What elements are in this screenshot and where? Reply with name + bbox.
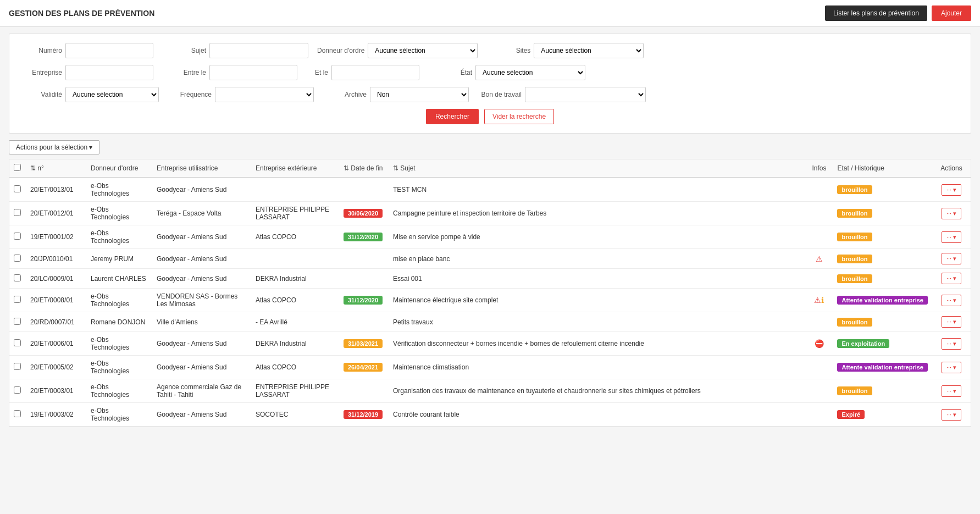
row-entrepriseExt: DEKRA Industrial — [251, 332, 339, 356]
top-bar: GESTION DES PLANS DE PRÉVENTION Lister l… — [0, 0, 980, 27]
archive-label: Archive — [323, 91, 367, 98]
col-etat: Etat / Historique — [833, 159, 932, 178]
row-checkbox[interactable] — [14, 363, 21, 370]
row-num: 20/JP/0010/01 — [26, 249, 86, 269]
row-checkbox[interactable] — [14, 386, 21, 394]
row-sujet: Organisation des travaux de maintenance … — [389, 379, 805, 403]
archive-select[interactable]: Non Oui — [370, 87, 469, 102]
col-dateFin[interactable]: ⇅ Date de fin — [339, 159, 389, 178]
numero-input[interactable] — [65, 43, 153, 58]
bon-travail-field: Bon de travail — [478, 87, 646, 102]
row-checkbox[interactable] — [14, 233, 21, 240]
row-donneurOrdre: e-Obs Technologies — [86, 289, 152, 312]
row-donneurOrdre: e-Obs Technologies — [86, 356, 152, 379]
clear-search-button[interactable]: Vider la recherche — [484, 109, 554, 124]
table-header-row: ⇅ n° Donneur d'ordre Entreprise utilisat… — [9, 159, 971, 178]
row-infos — [805, 269, 833, 289]
entreprise-input[interactable] — [65, 65, 153, 80]
col-sujet[interactable]: ⇅ Sujet — [389, 159, 805, 178]
row-action-button[interactable]: ··· ▾ — [942, 338, 961, 350]
table-row: 20/ET/0006/01e-Obs TechnologiesGoodyear … — [9, 332, 971, 356]
add-button[interactable]: Ajouter — [932, 5, 971, 21]
col-actions: Actions — [932, 159, 971, 178]
validite-field: Validité Aucune sélection — [18, 87, 159, 102]
row-action-button[interactable]: ··· ▾ — [942, 208, 961, 219]
date-badge: 31/12/2019 — [344, 410, 383, 419]
donneur-select[interactable]: Aucune sélection — [368, 43, 478, 58]
entreprise-label: Entreprise — [18, 69, 62, 76]
row-etat: brouillon — [833, 379, 932, 403]
search-row-1: Numéro Sujet Donneur d'ordre Aucune séle… — [18, 43, 962, 58]
table-row: 20/LC/0009/01Laurent CHARLESGoodyear - A… — [9, 269, 971, 289]
row-infos: ⚠ — [805, 249, 833, 269]
row-actions: ··· ▾ — [932, 356, 971, 379]
row-checkbox[interactable] — [14, 185, 21, 192]
frequence-select[interactable] — [215, 87, 314, 102]
row-action-button[interactable]: ··· ▾ — [942, 409, 961, 421]
info-red-icon: ℹ — [821, 296, 824, 305]
validite-select[interactable]: Aucune sélection — [65, 87, 159, 102]
row-checkbox[interactable] — [14, 296, 21, 303]
et-le-input[interactable] — [331, 65, 419, 80]
etat-label: État — [428, 69, 472, 76]
row-donneurOrdre: e-Obs Technologies — [86, 225, 152, 249]
table-row: 19/ET/0001/02e-Obs TechnologiesGoodyear … — [9, 225, 971, 249]
row-num: 20/RD/0007/01 — [26, 312, 86, 332]
table-row: 20/ET/0005/02e-Obs TechnologiesGoodyear … — [9, 356, 971, 379]
row-action-button[interactable]: ··· ▾ — [942, 253, 961, 264]
etat-badge: brouillon — [837, 255, 872, 263]
row-entrepriseUtil: Goodyear - Amiens Sud — [152, 403, 251, 427]
etat-field: État Aucune sélection — [428, 65, 585, 80]
row-entrepriseExt: Atlas COPCO — [251, 225, 339, 249]
row-checkbox[interactable] — [14, 410, 21, 417]
sujet-input[interactable] — [209, 43, 308, 58]
row-action-button[interactable]: ··· ▾ — [942, 295, 961, 306]
row-actions: ··· ▾ — [932, 332, 971, 356]
row-action-button[interactable]: ··· ▾ — [942, 362, 961, 373]
row-entrepriseUtil: Teréga - Espace Volta — [152, 202, 251, 225]
row-checkbox-cell — [9, 332, 26, 356]
row-checkbox[interactable] — [14, 255, 21, 262]
table-row: 20/JP/0010/01Jeremy PRUMGoodyear - Amien… — [9, 249, 971, 269]
row-checkbox[interactable] — [14, 318, 21, 325]
row-action-button[interactable]: ··· ▾ — [942, 316, 961, 328]
row-entrepriseExt — [251, 178, 339, 202]
row-num: 20/ET/0008/01 — [26, 289, 86, 312]
etat-select[interactable]: Aucune sélection — [475, 65, 585, 80]
row-action-button[interactable]: ··· ▾ — [942, 273, 961, 284]
row-sujet: Campagne peinture et inspection territoi… — [389, 202, 805, 225]
col-entrepriseUtil: Entreprise utilisatrice — [152, 159, 251, 178]
entre-le-input[interactable] — [209, 65, 297, 80]
row-infos — [805, 312, 833, 332]
row-checkbox[interactable] — [14, 339, 21, 346]
row-checkbox-cell — [9, 202, 26, 225]
row-dateFin: 31/12/2020 — [339, 289, 389, 312]
row-checkbox-cell — [9, 379, 26, 403]
row-checkbox[interactable] — [14, 209, 21, 216]
row-checkbox-cell — [9, 312, 26, 332]
row-dateFin — [339, 379, 389, 403]
list-plans-button[interactable]: Lister les plans de prévention — [825, 5, 927, 21]
row-infos — [805, 178, 833, 202]
row-etat: brouillon — [833, 312, 932, 332]
col-num[interactable]: ⇅ n° — [26, 159, 86, 178]
row-infos: ⚠ℹ — [805, 289, 833, 312]
select-all-checkbox[interactable] — [14, 164, 21, 171]
row-checkbox[interactable] — [14, 274, 21, 281]
search-button[interactable]: Rechercher — [426, 109, 479, 124]
row-action-button[interactable]: ··· ▾ — [942, 385, 961, 397]
row-action-button[interactable]: ··· ▾ — [942, 184, 961, 196]
entreprise-field: Entreprise — [18, 65, 153, 80]
sites-select[interactable]: Aucune sélection — [534, 43, 644, 58]
date-badge: 26/04/2021 — [344, 363, 383, 372]
row-action-button[interactable]: ··· ▾ — [942, 231, 961, 243]
row-entrepriseExt: Atlas COPCO — [251, 356, 339, 379]
etat-badge: Attente validation entreprise — [837, 363, 928, 372]
sites-label: Sites — [486, 47, 530, 54]
bon-travail-select[interactable] — [525, 87, 646, 102]
row-entrepriseExt: DEKRA Industrial — [251, 269, 339, 289]
frequence-field: Fréquence — [168, 87, 314, 102]
row-donneurOrdre: e-Obs Technologies — [86, 332, 152, 356]
row-donneurOrdre: Jeremy PRUM — [86, 249, 152, 269]
actions-selection-button[interactable]: Actions pour la sélection ▾ — [9, 140, 99, 154]
